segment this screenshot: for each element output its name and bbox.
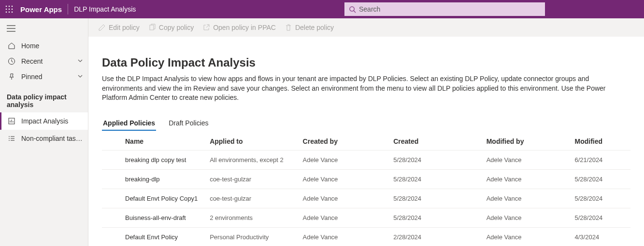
cell-created-by: Adele Vance — [303, 176, 394, 183]
tab-draft-policies[interactable]: Draft Policies — [168, 116, 209, 131]
cell-modified-by: Adele Vance — [487, 156, 575, 164]
cell-name: Default Envt Policy Copy1 — [102, 195, 210, 202]
open-external-icon — [202, 24, 210, 31]
page-description: Use the DLP Impact Analysis to view how … — [102, 74, 630, 103]
copy-policy-button[interactable]: Copy policy — [148, 24, 194, 31]
cell-modified-by: Adele Vance — [487, 195, 575, 202]
cell-modified: 4/3/2024 — [575, 233, 630, 241]
cell-modified: 5/28/2024 — [575, 195, 630, 202]
open-ppac-button[interactable]: Open policy in PPAC — [202, 24, 276, 31]
clock-icon — [7, 57, 16, 65]
cell-created: 2/28/2024 — [393, 233, 486, 241]
cell-name: Default Envt Policy — [102, 233, 210, 241]
main-content: Edit policy Copy policy Open policy in P… — [88, 18, 644, 246]
global-header: Power Apps DLP Impact Analysis — [0, 0, 644, 18]
app-launcher-button[interactable] — [0, 0, 18, 18]
cell-name: breaking-dlp — [102, 176, 210, 183]
sidebar-item-label: Recent — [21, 57, 77, 65]
sidebar-item-noncompliant[interactable]: Non-compliant task l... — [0, 130, 88, 147]
cell-modified-by: Adele Vance — [487, 176, 575, 183]
cell-name: Buisness-all-env-draft — [102, 214, 210, 221]
col-name[interactable]: Name — [102, 137, 210, 145]
waffle-icon — [5, 5, 13, 13]
sidebar: Home Recent Pinned Data policy impact an… — [0, 18, 88, 246]
cmd-label: Delete policy — [295, 24, 334, 31]
search-input[interactable] — [359, 5, 541, 13]
col-modified[interactable]: Modified — [575, 137, 630, 145]
cell-modified: 5/28/2024 — [575, 214, 630, 221]
cell-created: 5/28/2024 — [393, 195, 486, 202]
table-row[interactable]: breaking-dlpcoe-test-gulzarAdele Vance5/… — [102, 169, 630, 189]
global-search[interactable] — [344, 2, 545, 16]
search-icon — [349, 6, 356, 13]
cell-created-by: Adele Vance — [303, 214, 394, 221]
sidebar-item-label: Pinned — [21, 73, 77, 81]
pin-icon — [7, 73, 16, 81]
hamburger-button[interactable] — [0, 23, 88, 38]
table-row[interactable]: Default Envt PolicyPersonal Productivity… — [102, 227, 630, 246]
home-icon — [7, 42, 16, 50]
sidebar-item-impact-analysis[interactable]: Impact Analysis — [0, 112, 88, 130]
tab-applied-policies[interactable]: Applied Policies — [102, 116, 156, 131]
col-modified-by[interactable]: Modified by — [487, 137, 575, 145]
svg-point-1 — [9, 6, 10, 7]
table-row[interactable]: Default Envt Policy Copy1coe-test-gulzar… — [102, 189, 630, 208]
cell-applied-to: 2 environments — [210, 214, 302, 221]
svg-point-8 — [12, 12, 13, 13]
policies-table: Name Applied to Created by Created Modif… — [102, 137, 630, 246]
table-row[interactable]: breaking dlp copy testAll environments, … — [102, 150, 630, 169]
svg-point-4 — [9, 9, 10, 10]
delete-policy-button[interactable]: Delete policy — [285, 24, 334, 31]
cell-modified-by: Adele Vance — [487, 233, 575, 241]
cell-modified: 5/28/2024 — [575, 176, 630, 183]
col-created[interactable]: Created — [393, 137, 486, 145]
svg-point-9 — [350, 6, 354, 11]
cell-created: 5/28/2024 — [393, 214, 486, 221]
svg-point-2 — [12, 6, 13, 7]
cell-created-by: Adele Vance — [303, 233, 394, 241]
svg-point-5 — [12, 9, 13, 10]
sidebar-item-home[interactable]: Home — [0, 38, 88, 54]
cmd-label: Copy policy — [159, 24, 194, 31]
svg-line-10 — [354, 11, 356, 13]
chevron-down-icon — [77, 73, 83, 81]
table-header-row: Name Applied to Created by Created Modif… — [102, 137, 630, 150]
cell-created: 5/28/2024 — [393, 176, 486, 183]
brand-name[interactable]: Power Apps — [18, 5, 65, 14]
cmd-label: Open policy in PPAC — [213, 24, 276, 31]
chart-icon — [7, 117, 16, 125]
sidebar-item-label: Impact Analysis — [21, 117, 83, 125]
cell-applied-to: coe-test-gulzar — [210, 195, 302, 202]
sidebar-item-label: Non-compliant task l... — [21, 135, 83, 142]
command-bar: Edit policy Copy policy Open policy in P… — [88, 18, 644, 37]
sidebar-item-recent[interactable]: Recent — [0, 54, 88, 69]
svg-point-0 — [6, 6, 7, 7]
sidebar-item-pinned[interactable]: Pinned — [0, 69, 88, 84]
sidebar-section-title: Data policy impact analysis — [0, 84, 88, 112]
copy-icon — [148, 24, 156, 31]
delete-icon — [285, 24, 292, 31]
cell-created-by: Adele Vance — [303, 156, 394, 164]
svg-point-6 — [6, 12, 7, 13]
cell-applied-to: Personal Productivity — [210, 233, 302, 241]
cell-applied-to: coe-test-gulzar — [210, 176, 302, 183]
table-row[interactable]: Buisness-all-env-draft2 environmentsAdel… — [102, 208, 630, 227]
edit-icon — [98, 24, 106, 31]
col-created-by[interactable]: Created by — [303, 137, 394, 145]
svg-rect-22 — [150, 25, 154, 30]
list-icon — [7, 135, 16, 142]
header-page-title: DLP Impact Analysis — [74, 5, 136, 13]
cmd-label: Edit policy — [109, 24, 140, 31]
cell-created: 5/28/2024 — [393, 156, 486, 164]
cell-name: breaking dlp copy test — [102, 156, 210, 164]
cell-modified-by: Adele Vance — [487, 214, 575, 221]
col-applied-to[interactable]: Applied to — [210, 137, 302, 145]
cell-created-by: Adele Vance — [303, 195, 394, 202]
tabs: Applied Policies Draft Policies — [102, 116, 630, 131]
svg-point-3 — [6, 9, 7, 10]
cell-applied-to: All environments, except 2 — [210, 156, 302, 164]
edit-policy-button[interactable]: Edit policy — [98, 24, 140, 31]
svg-point-7 — [9, 12, 10, 13]
chevron-down-icon — [77, 57, 83, 65]
page-title: Data Policy Impact Analysis — [102, 56, 630, 69]
